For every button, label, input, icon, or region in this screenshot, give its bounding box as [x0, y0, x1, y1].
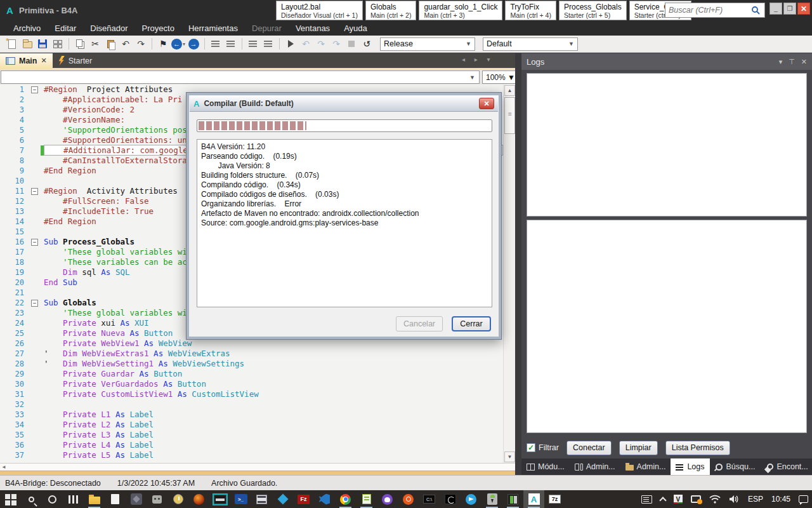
indent-right-icon[interactable] — [224, 37, 238, 51]
quick-tab-Process_Globals[interactable]: Process_GlobalsStarter (ctrl + 5) — [559, 1, 627, 20]
screen-notification-icon[interactable] — [691, 495, 701, 503]
code-line-30[interactable]: 30 Private VerGuardados As Button — [0, 379, 503, 389]
indent-left-icon[interactable] — [209, 37, 223, 51]
panel-tab-admin[interactable]: Admin... — [620, 458, 671, 475]
stop-icon[interactable] — [344, 37, 358, 51]
menu-diseñador[interactable]: Diseñador — [83, 22, 134, 35]
file-explorer-icon[interactable] — [84, 490, 105, 508]
emulator-icon[interactable] — [502, 490, 523, 508]
wifi-icon[interactable] — [709, 495, 721, 504]
code-line-28[interactable]: 28' Dim WebViewSetting1 As WebViewSettin… — [0, 359, 503, 369]
apk-installer-icon[interactable] — [481, 490, 502, 508]
panel-tab-logs[interactable]: Logs — [671, 458, 709, 475]
menu-archivo[interactable]: Archivo — [6, 22, 48, 35]
kodi-icon[interactable] — [272, 490, 293, 508]
tab-main[interactable]: Main ✕ — [0, 53, 53, 68]
code-line-35[interactable]: 35 Private L3 As Label — [0, 430, 503, 440]
start-button[interactable] — [0, 490, 21, 508]
taskbar-search-icon[interactable] — [21, 490, 42, 508]
horizontal-scrollbar-thumb[interactable] — [0, 471, 515, 475]
chevron-down-icon[interactable]: ▾ — [779, 58, 783, 66]
fold-collapse-icon[interactable] — [30, 84, 41, 95]
vscode-icon[interactable] — [314, 490, 335, 508]
dialog-close-button[interactable]: ✕ — [479, 98, 494, 109]
package-icon[interactable] — [51, 37, 65, 51]
step-over-icon[interactable]: ↷ — [314, 37, 328, 51]
zoom-combo[interactable]: 100% ▼ — [482, 70, 519, 84]
tray-expand-icon[interactable] — [659, 497, 666, 504]
code-line-26[interactable]: 26 Private WebView1 As WebView — [0, 338, 503, 349]
search-box[interactable] — [665, 3, 765, 18]
quick-tab-Layout2.bal[interactable]: Layout2.balDiseñador Visual (ctrl + 1) — [276, 1, 363, 20]
log-detail-area[interactable] — [527, 220, 807, 433]
minimize-button[interactable]: _ — [769, 3, 782, 15]
fire-app-icon[interactable] — [188, 490, 209, 508]
conectar-button[interactable]: Conectar — [566, 441, 612, 455]
uncomment-icon[interactable] — [261, 37, 275, 51]
quick-tab-Globals[interactable]: GlobalsMain (ctrl + 2) — [365, 1, 416, 20]
code-line-31[interactable]: 31 Private CustomListView1 As CustomList… — [0, 389, 503, 399]
panel-tab-bsqu[interactable]: Búsqu... — [710, 458, 761, 475]
code-line-37[interactable]: 37 Private L5 As Label — [0, 450, 503, 460]
editor-horizontal-scrollbar[interactable]: ◄ — [0, 463, 515, 471]
fold-collapse-icon[interactable] — [30, 186, 41, 196]
navigate-back-icon[interactable]: ←▾ — [171, 37, 185, 51]
tab-scroll-arrows[interactable]: ◂ ▸ ▾ — [462, 56, 494, 63]
panel-tab-mdu[interactable]: Módu... — [521, 458, 570, 475]
media-player-icon[interactable] — [251, 490, 272, 508]
panel-tab-encont[interactable]: Encont... — [760, 458, 812, 475]
menu-herramientas[interactable]: Herramientas — [181, 22, 245, 35]
search-icon[interactable] — [751, 6, 760, 15]
scrollbar-thumb[interactable] — [504, 97, 515, 134]
dialog-title-bar[interactable]: A Compilar (Build: Default) ✕ — [190, 96, 498, 112]
filezilla-icon[interactable]: Fz — [293, 490, 314, 508]
navigate-forward-icon[interactable]: → — [187, 37, 200, 51]
code-line-32[interactable]: 32 — [0, 399, 503, 410]
language-indicator[interactable]: ESP — [748, 495, 763, 504]
cortana-icon[interactable] — [42, 490, 63, 508]
restore-button[interactable]: ❐ — [783, 3, 796, 15]
panel-tab-admin[interactable]: Admin... — [570, 458, 620, 475]
menu-proyecto[interactable]: Proyecto — [135, 22, 181, 35]
code-line-27[interactable]: 27' Dim WebViewExtras1 As WebViewExtras — [0, 349, 503, 359]
close-panel-icon[interactable]: ✕ — [801, 58, 807, 66]
taskbar-clock[interactable]: 10:45 — [771, 495, 790, 504]
log-output-area[interactable] — [527, 73, 807, 217]
tab-starter[interactable]: Starter — [53, 53, 98, 68]
scroll-down-icon[interactable]: ▼ — [504, 451, 515, 462]
github-icon[interactable] — [377, 490, 398, 508]
robot-app-icon[interactable] — [147, 490, 167, 508]
step-into-icon[interactable]: ↷ — [329, 37, 343, 51]
comment-icon[interactable] — [246, 37, 260, 51]
menu-ventanas[interactable]: Ventanas — [289, 22, 337, 35]
notepad-icon[interactable] — [105, 490, 126, 508]
ubuntu-icon[interactable] — [398, 490, 419, 508]
close-button[interactable]: ✕ — [797, 3, 810, 15]
undo-icon[interactable]: ↶ — [119, 37, 133, 51]
code-line-34[interactable]: 34 Private L2 As Label — [0, 420, 503, 430]
cerrar-button[interactable]: Cerrar — [452, 316, 491, 331]
save-icon[interactable] — [36, 37, 49, 51]
quick-tab-TryToFix[interactable]: TryToFixMain (ctrl + 4) — [505, 1, 556, 20]
bookmark-icon[interactable]: ⚑ — [156, 37, 170, 51]
build-mode-combo[interactable]: Default▼ — [483, 37, 578, 51]
build-config-combo[interactable]: Release▼ — [380, 37, 475, 51]
lista-permisos-button[interactable]: Lista Permisos — [665, 441, 730, 455]
member-navigator-combo[interactable]: ▼ — [1, 70, 480, 84]
compile-log[interactable]: B4A Versión: 11.20Parseando código. (0.1… — [197, 139, 492, 307]
redo-icon[interactable]: ↷ — [134, 37, 148, 51]
paste-icon[interactable] — [103, 37, 117, 51]
chrome-icon[interactable] — [335, 490, 356, 508]
scroll-left-icon[interactable]: ◄ — [1, 464, 6, 470]
task-view-icon[interactable] — [63, 490, 84, 508]
cut-icon[interactable]: ✂ — [88, 37, 102, 51]
recorder-app-icon[interactable] — [209, 490, 230, 508]
filter-checkbox[interactable]: ✓ — [527, 443, 535, 452]
resume-icon[interactable]: ↶ — [299, 37, 313, 51]
powershell-icon[interactable]: >_ — [230, 490, 251, 508]
action-center-icon[interactable] — [799, 495, 808, 503]
open-file-icon[interactable] — [20, 37, 34, 51]
scroll-up-icon[interactable]: ▲ — [504, 85, 515, 96]
restart-icon[interactable]: ↺ — [360, 37, 374, 51]
code-line-33[interactable]: 33 Private L1 As Label — [0, 410, 503, 420]
